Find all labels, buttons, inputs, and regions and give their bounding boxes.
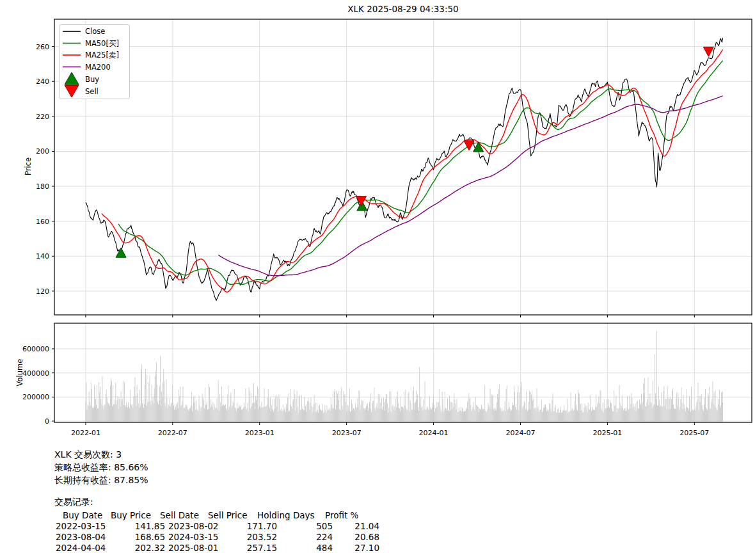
volume-bar: [329, 410, 330, 422]
volume-bar: [325, 410, 326, 422]
volume-bar: [314, 404, 314, 422]
volume-bar: [648, 378, 649, 422]
volume-bar: [273, 412, 274, 422]
volume-bar: [650, 402, 651, 422]
volume-bar: [627, 396, 628, 422]
volume-bar: [706, 407, 706, 422]
volume-bar: [386, 394, 386, 422]
volume-bar: [228, 409, 229, 422]
volume-bar: [202, 407, 202, 422]
volume-bar: [540, 410, 541, 422]
stat-strategy-return: 策略总收益率: 85.66%: [54, 462, 148, 474]
volume-bar: [107, 402, 108, 422]
volume-bar: [358, 407, 358, 422]
volume-bar: [547, 410, 548, 422]
volume-bar: [518, 410, 519, 422]
volume-bar: [638, 408, 639, 422]
volume-bar: [261, 402, 262, 422]
volume-bar: [278, 412, 279, 422]
volume-bar: [682, 403, 683, 422]
volume-bar: [237, 408, 238, 422]
volume-bar: [287, 409, 287, 422]
volume-bar: [362, 399, 362, 422]
table-cell: 20.68: [321, 532, 379, 542]
volume-bar: [646, 406, 646, 422]
volume-bar: [552, 412, 552, 422]
volume-bar: [138, 394, 138, 422]
volume-bar: [601, 391, 601, 422]
volume-bar: [267, 398, 268, 422]
volume-bar: [349, 411, 349, 422]
volume-bar: [289, 394, 289, 422]
table-header-cell: Holding Days: [257, 510, 315, 520]
volume-bar: [468, 410, 468, 422]
volume-bar: [267, 404, 267, 422]
volume-bar: [454, 400, 455, 422]
volume-bar: [397, 391, 398, 422]
table-cell: 171.70: [219, 521, 277, 531]
volume-bar: [413, 391, 413, 422]
volume-bar: [525, 409, 526, 422]
volume-bar: [222, 406, 223, 422]
volume-bar: [277, 397, 278, 422]
volume-bar: [489, 408, 490, 422]
volume-bar: [482, 409, 483, 422]
volume-bar: [720, 408, 720, 422]
volume-bar: [681, 399, 681, 422]
volume-bar: [562, 412, 562, 422]
sell-marker: [703, 47, 713, 56]
volume-bar: [532, 401, 533, 422]
volume-bar: [436, 407, 436, 422]
volume-bar: [235, 408, 235, 422]
volume-bar: [664, 386, 665, 422]
volume-bar: [564, 405, 564, 422]
volume-bar: [411, 410, 412, 422]
volume-bar: [711, 402, 711, 422]
volume-bar: [473, 406, 473, 422]
volume-bar: [239, 406, 240, 422]
volume-bar: [514, 392, 515, 422]
volume-bar: [605, 410, 605, 422]
volume-bar: [690, 412, 691, 422]
volume-bar: [363, 408, 364, 422]
volume-bar: [589, 410, 590, 422]
volume-bar: [493, 409, 494, 422]
volume-bar: [688, 408, 689, 422]
volume-bar: [587, 412, 588, 422]
volume-bar: [351, 400, 352, 422]
volume-bar: [445, 392, 445, 422]
stat-trades-count: XLK 交易次数: 3: [54, 449, 122, 461]
volume-bar: [233, 401, 234, 422]
volume-bar: [417, 395, 418, 422]
volume-bar: [561, 413, 562, 422]
volume-bar: [703, 411, 704, 422]
volume-bar: [635, 403, 636, 422]
volume-bar: [88, 404, 88, 422]
legend-label: Sell: [85, 87, 99, 96]
volume-bar: [282, 411, 283, 422]
volume-bar: [545, 404, 546, 422]
volume-bar: [536, 410, 537, 422]
volume-bar: [639, 399, 640, 422]
volume-bar: [580, 404, 581, 422]
volume-bar: [372, 403, 372, 422]
volume-bar: [720, 406, 721, 422]
volume-bar: [247, 408, 248, 422]
volume-bar: [705, 389, 706, 422]
volume-bar: [500, 407, 500, 422]
volume-bar: [678, 392, 678, 422]
volume-bar: [146, 406, 147, 422]
volume-bar: [118, 396, 118, 422]
price-panel-border: [54, 19, 752, 315]
volume-bar: [175, 404, 175, 422]
volume-bar: [208, 409, 209, 422]
volume-bar: [662, 406, 662, 422]
volume-bar: [611, 403, 612, 422]
volume-tick-label: 0: [45, 417, 49, 426]
volume-bar: [98, 408, 99, 422]
volume-bar: [365, 408, 366, 422]
volume-bar: [506, 389, 507, 422]
volume-bar: [655, 354, 655, 422]
volume-bar: [707, 410, 708, 422]
volume-bar: [144, 404, 145, 422]
